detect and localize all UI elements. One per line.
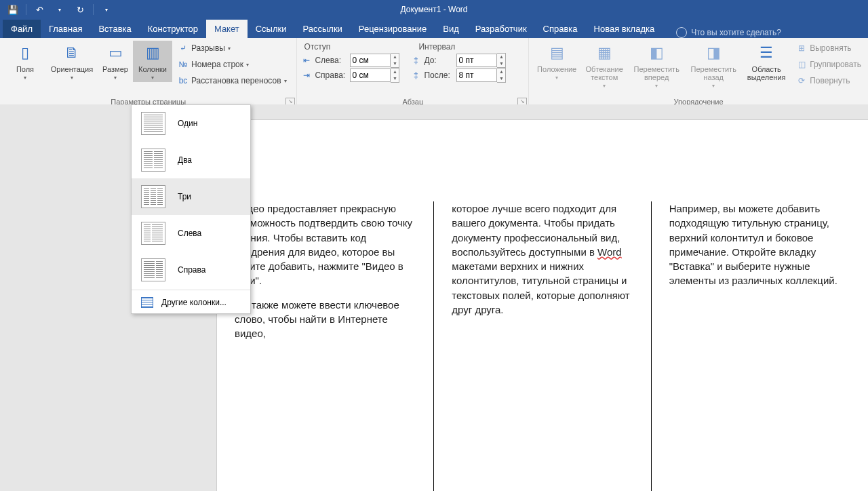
tab-new[interactable]: Новая вкладка (586, 20, 663, 38)
ribbon-tabs: Файл Главная Вставка Конструктор Макет С… (0, 19, 868, 38)
indent-label: Отступ (301, 41, 416, 53)
save-button[interactable]: 💾 (4, 1, 22, 18)
columns-option-left[interactable]: Слева (132, 215, 250, 252)
tell-me-placeholder: Что вы хотите сделать? (691, 28, 781, 37)
indent-left-icon: ⇤ (301, 55, 312, 66)
document-title: Документ1 - Word (400, 5, 467, 14)
two-column-icon (141, 149, 165, 172)
tell-me-search[interactable]: Что вы хотите сделать? (676, 27, 781, 38)
tab-developer[interactable]: Разработчик (467, 20, 535, 38)
group-icon: ◫ (796, 59, 807, 70)
spacing-label: Интервал (416, 41, 455, 53)
columns-icon: ▥ (142, 42, 163, 64)
ribbon: ▯Поля▾ 🗎Ориентация▾ ▭Размер▾ ▥Колонки▾ ⤶… (0, 38, 868, 105)
indent-right-icon: ⇥ (301, 70, 312, 81)
paragraph: Например, вы можете добавить подходящую … (669, 201, 850, 288)
tab-layout[interactable]: Макет (206, 20, 248, 38)
line-numbers-icon: № (178, 59, 189, 70)
group-page-setup: ▯Поля▾ 🗎Ориентация▾ ▭Размер▾ ▥Колонки▾ ⤶… (0, 38, 297, 109)
forward-icon: ◧ (646, 42, 667, 64)
undo-dropdown[interactable]: ▾ (51, 1, 68, 18)
tab-home[interactable]: Главная (41, 20, 90, 38)
rotate-icon: ⟳ (796, 75, 807, 86)
size-icon: ▭ (104, 42, 126, 64)
title-bar: 💾 ↶ ▾ ↻ ▾ Документ1 - Word (0, 0, 868, 19)
send-backward-button[interactable]: ◨Переместить назад▾ (685, 41, 742, 90)
hyphenation-icon: bc (178, 75, 189, 86)
right-column-icon (141, 258, 165, 281)
redo-button[interactable]: ↻ (71, 1, 89, 18)
spacing-after-icon: ‡ (410, 70, 421, 81)
orientation-icon: 🗎 (61, 42, 83, 64)
one-column-icon (141, 112, 165, 135)
paragraph: Вы также можете ввести ключевое слово, ч… (235, 298, 416, 341)
line-numbers-button[interactable]: №Номера строк▾ (175, 57, 290, 72)
align-icon: ⊞ (796, 43, 807, 54)
breaks-button[interactable]: ⤶Разрывы▾ (175, 41, 290, 56)
margins-button[interactable]: ▯Поля▾ (4, 41, 46, 82)
tab-design[interactable]: Конструктор (140, 20, 206, 38)
undo-button[interactable]: ↶ (31, 1, 48, 18)
columns-option-two[interactable]: Два (132, 142, 250, 178)
spacing-before-icon: ‡ (410, 55, 421, 66)
left-label: Слева: (315, 56, 347, 65)
rotate-button[interactable]: ⟳Повернуть (793, 73, 864, 88)
tab-review[interactable]: Рецензирование (351, 20, 435, 38)
separator (132, 290, 250, 290)
paragraph: Видео предоставляет прекрасную возможнос… (235, 201, 416, 288)
selection-icon: ☰ (755, 42, 777, 64)
bring-forward-button[interactable]: ◧Переместить вперед▾ (628, 41, 685, 90)
right-label: Справа: (315, 71, 347, 80)
orientation-button[interactable]: 🗎Ориентация▾ (46, 41, 98, 82)
margins-icon: ▯ (14, 42, 36, 64)
tab-view[interactable]: Вид (435, 20, 467, 38)
size-button[interactable]: ▭Размер▾ (98, 41, 133, 82)
spacing-before-input[interactable]: ▲▼ (456, 53, 506, 68)
selection-pane-button[interactable]: ☰Область выделения (742, 41, 791, 83)
wrap-icon: ▦ (593, 42, 615, 64)
tab-mailings[interactable]: Рассылки (294, 20, 350, 38)
spellcheck-word[interactable]: Word (597, 246, 622, 258)
spacing-after-input[interactable]: ▲▼ (456, 68, 506, 83)
tab-help[interactable]: Справка (535, 20, 586, 38)
before-label: До: (424, 56, 454, 65)
align-button[interactable]: ⊞Выровнять (793, 41, 864, 56)
separator (26, 4, 26, 15)
after-label: После: (424, 71, 454, 80)
wrap-text-button[interactable]: ▦Обтекание текстом▾ (580, 41, 628, 90)
tab-insert[interactable]: Вставка (90, 20, 139, 38)
tab-references[interactable]: Ссылки (248, 20, 295, 38)
quick-access-toolbar: 💾 ↶ ▾ ↻ ▾ (0, 1, 115, 18)
tab-file[interactable]: Файл (3, 20, 41, 38)
hyphenation-button[interactable]: bcРасстановка переносов▾ (175, 73, 290, 88)
indent-left-input[interactable]: ▲▼ (350, 53, 399, 68)
separator (93, 4, 94, 15)
more-columns-icon (141, 297, 153, 308)
group-paragraph: ОтступИнтервал ⇤Слева: ▲▼ ‡До: ▲▼ ⇥Справ… (297, 38, 529, 109)
position-icon: ▤ (546, 42, 568, 64)
text-column-3: Например, вы можете добавить подходящую … (651, 201, 868, 491)
document-page[interactable]: Видео предоставляет прекрасную возможнос… (217, 120, 868, 491)
columns-button[interactable]: ▥Колонки▾ (133, 41, 172, 82)
backward-icon: ◨ (703, 42, 724, 64)
group-arrange: ▤Положение▾ ▦Обтекание текстом▾ ◧Перемес… (529, 38, 868, 109)
three-column-icon (141, 185, 165, 208)
columns-option-right[interactable]: Справа (132, 252, 250, 288)
columns-option-three[interactable]: Три (132, 178, 250, 215)
paragraph: которое лучше всего подходит для вашего … (452, 201, 633, 317)
workspace: Видео предоставляет прекрасную возможнос… (0, 104, 868, 491)
text-column-2: которое лучше всего подходит для вашего … (433, 201, 650, 491)
qat-customize[interactable]: ▾ (98, 1, 115, 18)
columns-option-more[interactable]: Другие колонки... (132, 292, 250, 313)
columns-dropdown: Один Два Три Слева Справа Другие колонки… (131, 104, 251, 314)
left-column-icon (141, 222, 165, 245)
columns-option-one[interactable]: Один (132, 105, 250, 142)
group-button[interactable]: ◫Группировать (793, 57, 864, 72)
indent-right-input[interactable]: ▲▼ (350, 68, 399, 83)
breaks-icon: ⤶ (178, 43, 189, 54)
position-button[interactable]: ▤Положение▾ (533, 41, 580, 82)
bulb-icon (676, 27, 687, 38)
